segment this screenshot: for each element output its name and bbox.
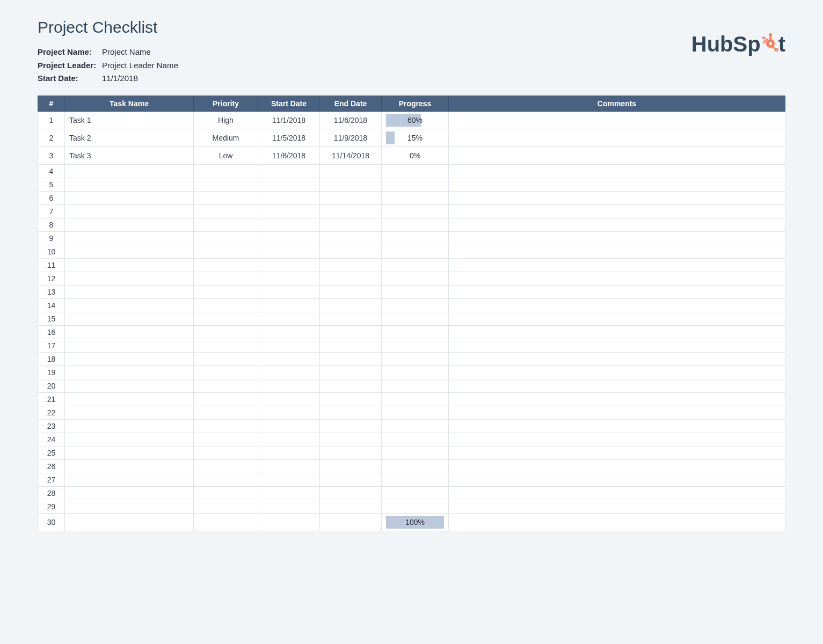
cell-end-date[interactable] xyxy=(320,473,382,486)
cell-end-date[interactable] xyxy=(320,312,382,325)
cell-start-date[interactable] xyxy=(258,191,320,204)
cell-comments[interactable] xyxy=(449,419,785,433)
cell-start-date[interactable] xyxy=(258,164,320,178)
cell-progress[interactable]: 0% xyxy=(382,147,449,164)
cell-task[interactable] xyxy=(65,379,194,392)
cell-comments[interactable] xyxy=(449,191,785,204)
cell-comments[interactable] xyxy=(449,178,785,191)
cell-task[interactable] xyxy=(65,365,194,379)
cell-progress[interactable]: 60% xyxy=(382,111,449,129)
cell-task[interactable] xyxy=(65,473,194,486)
cell-comments[interactable] xyxy=(449,433,785,446)
cell-task[interactable] xyxy=(65,446,194,459)
cell-task[interactable] xyxy=(65,204,194,218)
cell-task[interactable] xyxy=(65,459,194,473)
cell-progress[interactable] xyxy=(382,392,449,406)
cell-progress[interactable] xyxy=(382,352,449,365)
cell-comments[interactable] xyxy=(449,111,785,129)
cell-task[interactable] xyxy=(65,433,194,446)
cell-progress[interactable] xyxy=(382,433,449,446)
cell-end-date[interactable] xyxy=(320,392,382,406)
cell-task[interactable] xyxy=(65,486,194,500)
cell-comments[interactable] xyxy=(449,285,785,298)
cell-end-date[interactable] xyxy=(320,500,382,513)
cell-end-date[interactable] xyxy=(320,352,382,365)
cell-comments[interactable] xyxy=(449,352,785,365)
cell-task[interactable] xyxy=(65,312,194,325)
cell-start-date[interactable] xyxy=(258,352,320,365)
cell-priority[interactable] xyxy=(194,379,258,392)
cell-comments[interactable] xyxy=(449,258,785,272)
meta-value[interactable]: Project Leader Name xyxy=(102,60,178,72)
cell-priority[interactable] xyxy=(194,191,258,204)
cell-progress[interactable] xyxy=(382,339,449,352)
cell-end-date[interactable] xyxy=(320,231,382,245)
cell-start-date[interactable] xyxy=(258,272,320,285)
cell-comments[interactable] xyxy=(449,379,785,392)
cell-task[interactable] xyxy=(65,325,194,339)
cell-progress[interactable]: 100% xyxy=(382,513,449,531)
cell-start-date[interactable] xyxy=(258,486,320,500)
cell-task[interactable]: Task 2 xyxy=(65,129,194,147)
cell-progress[interactable] xyxy=(382,486,449,500)
cell-comments[interactable] xyxy=(449,339,785,352)
cell-comments[interactable] xyxy=(449,365,785,379)
cell-task[interactable] xyxy=(65,245,194,258)
cell-priority[interactable] xyxy=(194,204,258,218)
cell-end-date[interactable]: 11/9/2018 xyxy=(320,129,382,147)
cell-priority[interactable] xyxy=(194,258,258,272)
cell-comments[interactable] xyxy=(449,446,785,459)
cell-task[interactable] xyxy=(65,258,194,272)
cell-start-date[interactable] xyxy=(258,298,320,312)
cell-start-date[interactable] xyxy=(258,433,320,446)
cell-progress[interactable]: 15% xyxy=(382,129,449,147)
cell-priority[interactable] xyxy=(194,392,258,406)
cell-comments[interactable] xyxy=(449,406,785,419)
cell-task[interactable] xyxy=(65,218,194,231)
cell-priority[interactable] xyxy=(194,406,258,419)
cell-comments[interactable] xyxy=(449,147,785,164)
cell-progress[interactable] xyxy=(382,312,449,325)
cell-start-date[interactable] xyxy=(258,285,320,298)
cell-progress[interactable] xyxy=(382,272,449,285)
cell-progress[interactable] xyxy=(382,325,449,339)
meta-value[interactable]: 11/1/2018 xyxy=(102,72,138,85)
cell-comments[interactable] xyxy=(449,231,785,245)
cell-start-date[interactable] xyxy=(258,473,320,486)
cell-progress[interactable] xyxy=(382,406,449,419)
cell-priority[interactable] xyxy=(194,339,258,352)
cell-priority[interactable] xyxy=(194,433,258,446)
cell-start-date[interactable] xyxy=(258,419,320,433)
cell-comments[interactable] xyxy=(449,272,785,285)
cell-start-date[interactable] xyxy=(258,325,320,339)
cell-comments[interactable] xyxy=(449,312,785,325)
cell-start-date[interactable] xyxy=(258,379,320,392)
cell-priority[interactable] xyxy=(194,486,258,500)
cell-priority[interactable] xyxy=(194,459,258,473)
cell-priority[interactable] xyxy=(194,513,258,531)
cell-priority[interactable] xyxy=(194,365,258,379)
cell-task[interactable] xyxy=(65,178,194,191)
cell-end-date[interactable] xyxy=(320,406,382,419)
cell-task[interactable]: Task 3 xyxy=(65,147,194,164)
cell-task[interactable] xyxy=(65,352,194,365)
cell-comments[interactable] xyxy=(449,392,785,406)
cell-start-date[interactable] xyxy=(258,392,320,406)
cell-progress[interactable] xyxy=(382,365,449,379)
cell-task[interactable] xyxy=(65,339,194,352)
cell-end-date[interactable]: 11/6/2018 xyxy=(320,111,382,129)
cell-end-date[interactable] xyxy=(320,325,382,339)
cell-progress[interactable] xyxy=(382,285,449,298)
cell-end-date[interactable] xyxy=(320,204,382,218)
cell-end-date[interactable]: 11/14/2018 xyxy=(320,147,382,164)
cell-task[interactable] xyxy=(65,285,194,298)
cell-priority[interactable] xyxy=(194,325,258,339)
cell-end-date[interactable] xyxy=(320,191,382,204)
cell-priority[interactable] xyxy=(194,285,258,298)
cell-comments[interactable] xyxy=(449,473,785,486)
cell-priority[interactable] xyxy=(194,245,258,258)
cell-comments[interactable] xyxy=(449,486,785,500)
cell-end-date[interactable] xyxy=(320,272,382,285)
cell-priority[interactable]: High xyxy=(194,111,258,129)
cell-priority[interactable] xyxy=(194,352,258,365)
